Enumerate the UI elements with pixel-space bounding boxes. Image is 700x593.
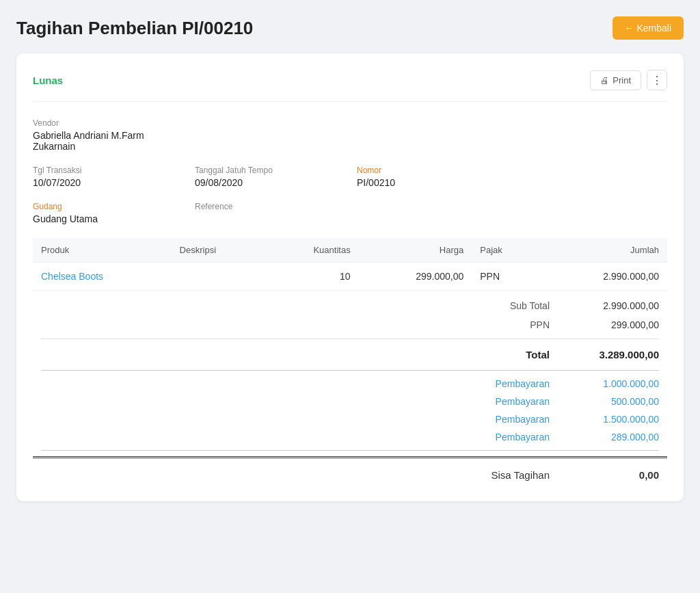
main-card: Lunas 🖨 Print ⋮ Vendor Gabriella Andrian…: [16, 53, 684, 501]
print-label: Print: [612, 75, 631, 85]
cell-deskripsi: [172, 263, 265, 291]
payment-row: Pembayaran 1.000.000,00: [33, 375, 667, 393]
page-title: Tagihan Pembelian PI/00210: [16, 18, 253, 39]
tanggal-jatuh-tempo-field: Tanggal Jatuh Tempo 09/08/2020: [195, 166, 343, 188]
empty-field: [519, 166, 667, 188]
total-label: Total: [447, 349, 570, 360]
sisa-tagihan-value: 0,00: [570, 469, 659, 481]
table-row: Chelsea Boots 10 299.000,00 PPN 2.990.00…: [33, 263, 667, 291]
payment-label[interactable]: Pembayaran: [447, 432, 570, 443]
nomor-label: Nomor: [357, 166, 505, 175]
card-actions: 🖨 Print ⋮: [590, 70, 667, 90]
payment-value: 1.000.000,00: [570, 378, 659, 389]
payment-label[interactable]: Pembayaran: [447, 378, 570, 389]
payments-divider: [41, 370, 659, 371]
sisa-divider: [41, 450, 659, 451]
ppn-row: PPN 299.000,00: [33, 315, 667, 334]
reference-label: Reference: [195, 202, 343, 211]
sub-total-value: 2.990.000,00: [570, 300, 659, 311]
reference-field: Reference: [195, 202, 343, 224]
printer-icon: 🖨: [600, 75, 609, 85]
summary-section: Sub Total 2.990.000,00 PPN 299.000,00 To…: [33, 296, 667, 485]
back-button[interactable]: ← Kembali: [612, 16, 684, 40]
col-harga: Harga: [359, 238, 472, 263]
tgl-transaksi-label: Tgl Transaksi: [33, 166, 181, 175]
vendor-name-line2: Zukarnain: [33, 141, 667, 152]
cell-jumlah: 2.990.000,00: [540, 263, 667, 291]
col-pajak: Pajak: [472, 238, 540, 263]
cell-kuantitas: 10: [265, 263, 359, 291]
product-link[interactable]: Chelsea Boots: [41, 271, 103, 282]
summary-divider: [41, 339, 659, 339]
card-header: Lunas 🖨 Print ⋮: [33, 70, 667, 102]
product-table: Produk Deskripsi Kuantitas Harga Pajak J…: [33, 238, 667, 291]
more-button[interactable]: ⋮: [647, 70, 667, 90]
gudang-value: Gudang Utama: [33, 213, 181, 224]
ppn-label: PPN: [447, 319, 570, 330]
vendor-section: Vendor Gabriella Andriani M.Farm Zukarna…: [33, 118, 667, 152]
cell-produk[interactable]: Chelsea Boots: [33, 263, 172, 291]
col-produk: Produk: [33, 238, 172, 263]
payment-row: Pembayaran 289.000,00: [33, 428, 667, 446]
more-icon: ⋮: [651, 74, 662, 87]
payment-row: Pembayaran 500.000,00: [33, 393, 667, 410]
gudang-label: Gudang: [33, 202, 181, 211]
page-header: Tagihan Pembelian PI/00210 ← Kembali: [16, 16, 684, 40]
sub-total-label: Sub Total: [447, 300, 570, 311]
cell-harga: 299.000,00: [359, 263, 472, 291]
tanggal-jatuh-tempo-value: 09/08/2020: [195, 177, 343, 188]
tgl-transaksi-value: 10/07/2020: [33, 177, 181, 188]
print-button[interactable]: 🖨 Print: [590, 70, 641, 90]
payment-value: 289.000,00: [570, 432, 659, 443]
sisa-tagihan-row: Sisa Tagihan 0,00: [33, 465, 667, 485]
tgl-transaksi-field: Tgl Transaksi 10/07/2020: [33, 166, 181, 188]
nomor-field: Nomor PI/00210: [357, 166, 505, 188]
status-badge: Lunas: [33, 75, 63, 86]
col-jumlah: Jumlah: [540, 238, 667, 263]
sisa-tagihan-label: Sisa Tagihan: [447, 469, 570, 481]
nomor-value: PI/00210: [357, 177, 505, 188]
payment-value: 1.500.000,00: [570, 414, 659, 425]
tanggal-jatuh-tempo-label: Tanggal Jatuh Tempo: [195, 166, 343, 175]
payment-label[interactable]: Pembayaran: [447, 396, 570, 407]
payment-row: Pembayaran 1.500.000,00: [33, 410, 667, 428]
payment-value: 500.000,00: [570, 396, 659, 407]
cell-pajak: PPN: [472, 263, 540, 291]
transaction-info-grid: Tgl Transaksi 10/07/2020 Tanggal Jatuh T…: [33, 166, 667, 188]
payment-label[interactable]: Pembayaran: [447, 414, 570, 425]
total-value: 3.289.000,00: [570, 349, 659, 360]
total-row: Total 3.289.000,00: [33, 343, 667, 366]
sisa-tagihan-section: Sisa Tagihan 0,00: [33, 456, 667, 485]
gudang-reference-grid: Gudang Gudang Utama Reference: [33, 202, 667, 224]
ppn-value: 299.000,00: [570, 319, 659, 330]
payments-container: Pembayaran 1.000.000,00 Pembayaran 500.0…: [33, 375, 667, 446]
table-header-row: Produk Deskripsi Kuantitas Harga Pajak J…: [33, 238, 667, 263]
sub-total-row: Sub Total 2.990.000,00: [33, 296, 667, 315]
col-deskripsi: Deskripsi: [172, 238, 265, 263]
gudang-field: Gudang Gudang Utama: [33, 202, 181, 224]
col-kuantitas: Kuantitas: [265, 238, 359, 263]
vendor-name-line1: Gabriella Andriani M.Farm: [33, 130, 667, 141]
vendor-label: Vendor: [33, 118, 667, 128]
